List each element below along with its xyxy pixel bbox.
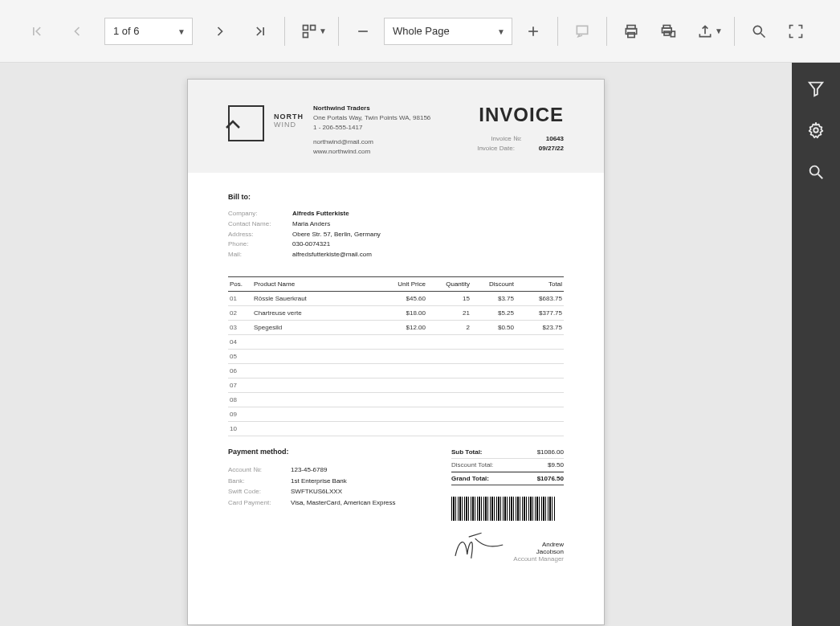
table-row: 04 [228,334,564,349]
svg-line-17 [760,33,765,37]
logo-text: NORTH WIND [274,113,304,129]
page-header: NORTH WIND Northwind Traders One Portals… [188,80,604,173]
table-row: 08 [228,392,564,407]
invoice-meta: Invoice №:10643 Invoice Date:09/27/22 [477,134,564,153]
table-row: 02Chartreuse verte$18.0021$5.25$377.75 [228,305,564,320]
zoom-in-button[interactable] [520,18,546,44]
next-page-button[interactable] [207,18,233,44]
zoom-out-button[interactable] [350,18,376,44]
logo-icon [228,105,264,141]
svg-marker-18 [809,83,823,96]
right-sidebar [792,63,840,626]
totals-box: Sub Total:$1086.00 Discount Total:$9.50 … [451,446,564,563]
search-button[interactable] [746,18,772,44]
settings-button[interactable] [805,119,827,141]
last-page-button[interactable] [247,18,273,44]
caret-down-icon[interactable]: ▼ [319,27,327,35]
first-page-button[interactable] [24,18,50,44]
prev-page-button[interactable] [64,18,90,44]
highlight-button[interactable] [569,18,595,44]
billto-title: Bill to: [228,193,564,201]
zoom-select[interactable]: Whole Page ▼ [384,18,512,45]
totals-section: Payment method: Account №:123-45-6789 Ba… [228,446,564,563]
table-row: 05 [228,349,564,363]
table-row: 07 [228,378,564,392]
page-select[interactable]: 1 of 6 ▼ [104,18,193,45]
table-row: 10 [228,421,564,436]
barcode [451,497,556,521]
caret-down-icon[interactable]: ▼ [715,27,723,35]
svg-rect-4 [304,32,308,37]
svg-rect-8 [577,26,587,34]
fullscreen-button[interactable] [783,18,809,44]
page: NORTH WIND Northwind Traders One Portals… [187,79,605,625]
svg-point-19 [813,128,818,133]
signature-block: Andrew Jacobson Account Manager [513,541,564,563]
page-indicator: 1 of 6 [113,25,140,37]
filter-button[interactable] [805,77,827,100]
table-row: 01Rössle Sauerkraut$45.6015$3.75$683.75 [228,291,564,305]
table-row: 09 [228,407,564,421]
table-row: 03Spegesild$12.002$0.50$23.75 [228,320,564,334]
billto-grid: Company:Alfreds Futterkiste Contact Name… [228,209,564,260]
svg-rect-15 [671,31,675,37]
invoice-title-block: INVOICE Invoice №:10643 Invoice Date:09/… [477,104,564,157]
payment-section: Payment method: Account №:123-45-6789 Ba… [228,446,451,563]
caret-down-icon: ▼ [497,27,505,35]
svg-point-20 [810,166,819,175]
print-page-button[interactable] [655,18,681,44]
search-panel-button[interactable] [805,161,827,183]
document-viewer[interactable]: NORTH WIND Northwind Traders One Portals… [0,63,792,626]
invoice-heading: INVOICE [477,104,564,126]
zoom-mode-label: Whole Page [393,25,450,37]
caret-down-icon: ▼ [177,27,186,35]
signature-icon [451,530,507,563]
page-body: Bill to: Company:Alfreds Futterkiste Con… [188,173,604,587]
svg-point-16 [753,26,761,34]
items-table: Pos. Product Name Unit Price Quantity Di… [228,276,564,436]
toolbar: 1 of 6 ▼ ▼ Whole Page ▼ ▼ [0,0,840,63]
svg-rect-3 [311,25,316,30]
company-info: Northwind Traders One Portals Way, Twin … [313,104,430,157]
table-row: 06 [228,363,564,378]
svg-rect-2 [304,25,308,30]
print-button[interactable] [618,18,644,44]
logo-area: NORTH WIND Northwind Traders One Portals… [228,104,430,157]
svg-line-21 [818,174,823,179]
